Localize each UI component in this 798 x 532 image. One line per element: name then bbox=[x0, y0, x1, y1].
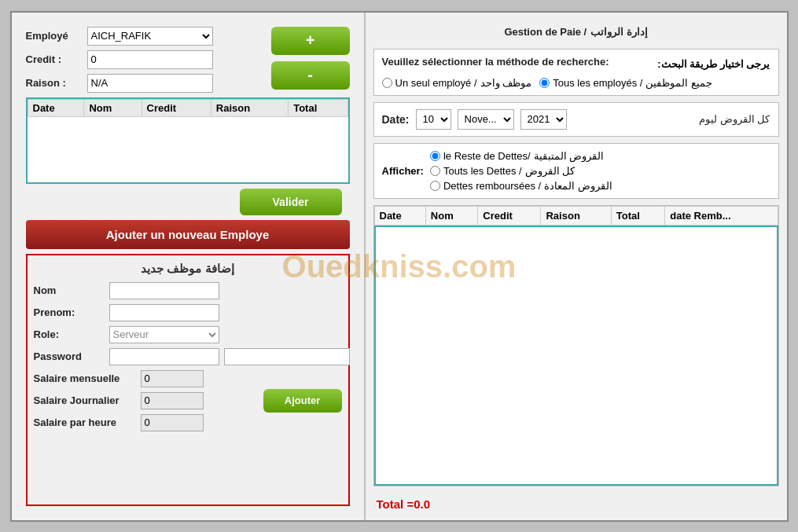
credit-row: Credit : bbox=[26, 50, 265, 69]
radio-row: Un seul employé / موظف واحد Tous les emp… bbox=[382, 77, 770, 89]
afficher-label: Afficher: bbox=[382, 165, 424, 177]
role-row: Role: Serveur bbox=[34, 326, 350, 343]
col-nom: Nom bbox=[84, 99, 142, 116]
minus-button[interactable]: - bbox=[271, 61, 350, 90]
radio-single[interactable]: Un seul employé / موظف واحد bbox=[382, 77, 532, 89]
prenom-label: Prenom: bbox=[34, 306, 105, 318]
ajouter-button[interactable]: Ajouter bbox=[263, 389, 342, 413]
right-panel: Gestion de Paie / إدارة الرواتب Veuillez… bbox=[366, 13, 787, 520]
date-label: Date: bbox=[382, 113, 410, 126]
add-button[interactable]: + bbox=[271, 27, 350, 55]
salaire-mensuelle-row: Salaire mensuelle bbox=[34, 370, 257, 387]
credit-data-table: Date Nom Credit Raison Total bbox=[28, 99, 348, 117]
radio-reste-input[interactable] bbox=[430, 151, 440, 161]
nom-label: Nom bbox=[34, 284, 105, 296]
left-panel: Employé AICH_RAFIK Credit : Raison : bbox=[12, 13, 366, 520]
prenom-input[interactable] bbox=[109, 304, 219, 321]
nom-row: Nom bbox=[34, 282, 350, 299]
res-col-nom: Nom bbox=[425, 206, 477, 225]
col-date: Date bbox=[28, 99, 84, 116]
radio-all[interactable]: Tous les employés / جميع الموظفين bbox=[539, 77, 712, 89]
res-col-remb: date Remb... bbox=[665, 206, 778, 225]
col-total: Total bbox=[289, 99, 348, 116]
col-raison: Raison bbox=[211, 99, 288, 116]
results-section: Date Nom Credit Raison Total date Remb..… bbox=[373, 205, 779, 486]
role-label: Role: bbox=[34, 328, 105, 340]
search-method-label: Veuillez sélectionner la méthode de rech… bbox=[382, 56, 609, 68]
date-month-select[interactable]: Nove... bbox=[458, 109, 514, 130]
radio-reste[interactable]: le Reste de Dettes/ القروض المتبقية bbox=[430, 150, 612, 162]
radio-remb-ar: القروض المعادة bbox=[544, 180, 612, 192]
afficher-section: Afficher: le Reste de Dettes/ القروض الم… bbox=[373, 143, 779, 199]
password-label: Password bbox=[34, 350, 105, 362]
search-method-ar: يرجى اختيار طريقة البحث: bbox=[657, 58, 770, 70]
date-section: Date: 10 Nove... 2021 كل القروض ليوم bbox=[373, 102, 779, 137]
add-employee-section: إضافة موظف جديد Nom Prenom: bbox=[26, 254, 350, 506]
radio-reste-ar: القروض المتبقية bbox=[534, 150, 605, 162]
results-body bbox=[374, 226, 778, 486]
salaire-heure-label: Salaire par heure bbox=[34, 416, 136, 428]
raison-row: Raison : bbox=[26, 74, 265, 93]
radio-all-fr: Tous les employés / bbox=[553, 77, 642, 89]
date-year-select[interactable]: 2021 bbox=[520, 109, 567, 130]
afficher-row: Afficher: le Reste de Dettes/ القروض الم… bbox=[382, 150, 770, 192]
prenom-row: Prenom: bbox=[34, 304, 350, 321]
radio-all-input[interactable] bbox=[539, 78, 550, 88]
total-line: Total =0.0 bbox=[373, 493, 779, 512]
radio-tous[interactable]: Touts les Dettes / كل القروض bbox=[430, 165, 612, 177]
radio-all-ar: جميع الموظفين bbox=[645, 77, 712, 89]
role-select[interactable]: Serveur bbox=[109, 326, 219, 343]
search-method-section: Veuillez sélectionner la méthode de rech… bbox=[373, 49, 779, 96]
date-row: Date: 10 Nove... 2021 كل القروض ليوم bbox=[382, 109, 770, 130]
salaire-journalier-row: Salaire Journalier bbox=[34, 392, 257, 409]
title-ar: إدارة الرواتب bbox=[590, 26, 648, 38]
password-row: Password bbox=[34, 348, 350, 365]
salary-section: Salaire mensuelle Salaire Journalier Sal… bbox=[34, 370, 342, 431]
add-employee-title: إضافة موظف جديد bbox=[34, 262, 342, 276]
credit-label: Credit : bbox=[26, 53, 81, 65]
add-employee-banner[interactable]: Ajouter un nouveau Employe bbox=[26, 220, 350, 249]
password-confirm-input[interactable] bbox=[224, 348, 350, 365]
credit-input[interactable] bbox=[87, 50, 213, 69]
radio-single-fr: Un seul employé / bbox=[395, 77, 477, 89]
salaire-heure-input[interactable] bbox=[141, 414, 204, 431]
salaire-mensuelle-label: Salaire mensuelle bbox=[34, 372, 136, 384]
radio-remb-input[interactable] bbox=[430, 181, 440, 191]
res-col-raison: Raison bbox=[541, 206, 611, 225]
credit-table: Date Nom Credit Raison Total bbox=[26, 97, 350, 184]
radio-reste-fr: le Reste de Dettes/ bbox=[443, 150, 531, 162]
salaire-mensuelle-input[interactable] bbox=[141, 370, 204, 387]
raison-label: Raison : bbox=[26, 77, 81, 89]
radio-single-ar: موظف واحد bbox=[480, 77, 532, 89]
password-input[interactable] bbox=[109, 348, 219, 365]
valider-button[interactable]: Valider bbox=[240, 189, 342, 215]
employe-label: Employé bbox=[26, 30, 81, 42]
date-day-select[interactable]: 10 bbox=[416, 109, 451, 130]
right-title: Gestion de Paie / إدارة الرواتب bbox=[373, 20, 779, 42]
salaire-journalier-label: Salaire Journalier bbox=[34, 394, 136, 406]
employe-row: Employé AICH_RAFIK bbox=[26, 27, 265, 46]
date-ar-label: كل القروض ليوم bbox=[699, 113, 770, 125]
results-table: Date Nom Credit Raison Total date Remb..… bbox=[374, 206, 778, 226]
res-col-date: Date bbox=[374, 206, 425, 225]
employe-select[interactable]: AICH_RAFIK bbox=[87, 27, 213, 46]
emp-fields: Nom Prenom: Role: Serveur bbox=[34, 282, 350, 365]
afficher-radio-group: le Reste de Dettes/ القروض المتبقية Tout… bbox=[430, 150, 612, 192]
radio-single-input[interactable] bbox=[382, 78, 392, 88]
res-col-total: Total bbox=[611, 206, 664, 225]
radio-remb[interactable]: Dettes remboursées / القروض المعادة bbox=[430, 180, 612, 192]
raison-input[interactable] bbox=[87, 74, 213, 93]
salaire-heure-row: Salaire par heure bbox=[34, 414, 257, 431]
salaire-journalier-input[interactable] bbox=[141, 392, 204, 409]
radio-tous-ar: كل القروض bbox=[525, 165, 576, 177]
radio-remb-fr: Dettes remboursées / bbox=[443, 180, 541, 192]
res-col-credit: Credit bbox=[478, 206, 541, 225]
col-credit: Credit bbox=[142, 99, 211, 116]
title-fr: Gestion de Paie / bbox=[504, 26, 587, 38]
radio-tous-input[interactable] bbox=[430, 166, 440, 176]
radio-tous-fr: Touts les Dettes / bbox=[443, 165, 522, 177]
nom-input[interactable] bbox=[109, 282, 219, 299]
